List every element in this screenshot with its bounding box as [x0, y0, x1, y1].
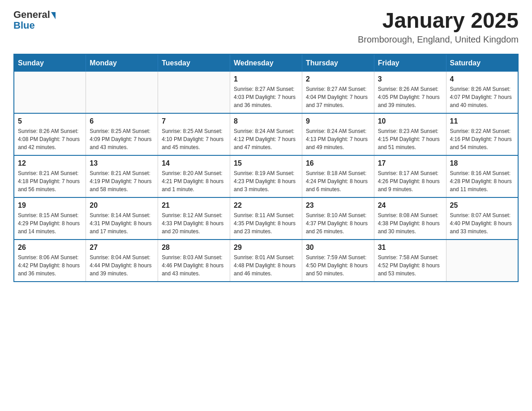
day-info: Sunrise: 7:58 AM Sunset: 4:52 PM Dayligh…	[378, 253, 442, 278]
day-info: Sunrise: 8:26 AM Sunset: 4:05 PM Dayligh…	[378, 85, 442, 109]
calendar-cell: 7Sunrise: 8:25 AM Sunset: 4:10 PM Daylig…	[158, 113, 230, 155]
calendar-cell: 11Sunrise: 8:22 AM Sunset: 4:16 PM Dayli…	[446, 113, 518, 155]
calendar-header-saturday: Saturday	[446, 54, 518, 72]
title-area: January 2025 Bromborough, England, Unite…	[358, 9, 519, 45]
day-info: Sunrise: 8:15 AM Sunset: 4:29 PM Dayligh…	[18, 211, 82, 235]
calendar-cell: 14Sunrise: 8:20 AM Sunset: 4:21 PM Dayli…	[158, 155, 230, 197]
calendar-header-monday: Monday	[86, 54, 158, 72]
calendar-week-row: 5Sunrise: 8:26 AM Sunset: 4:08 PM Daylig…	[14, 113, 518, 155]
calendar-cell: 5Sunrise: 8:26 AM Sunset: 4:08 PM Daylig…	[14, 113, 86, 155]
day-info: Sunrise: 8:18 AM Sunset: 4:24 PM Dayligh…	[306, 169, 370, 193]
day-info: Sunrise: 8:26 AM Sunset: 4:08 PM Dayligh…	[18, 127, 82, 151]
day-number: 29	[234, 244, 298, 252]
day-info: Sunrise: 8:21 AM Sunset: 4:19 PM Dayligh…	[90, 169, 154, 193]
day-number: 11	[450, 117, 514, 125]
calendar-cell	[446, 240, 518, 282]
calendar-cell: 6Sunrise: 8:25 AM Sunset: 4:09 PM Daylig…	[86, 113, 158, 155]
calendar-cell: 26Sunrise: 8:06 AM Sunset: 4:42 PM Dayli…	[14, 240, 86, 282]
calendar-cell	[86, 72, 158, 113]
day-info: Sunrise: 8:07 AM Sunset: 4:40 PM Dayligh…	[450, 211, 514, 235]
calendar-cell: 18Sunrise: 8:16 AM Sunset: 4:28 PM Dayli…	[446, 155, 518, 197]
day-number: 30	[306, 244, 370, 252]
calendar-week-row: 1Sunrise: 8:27 AM Sunset: 4:03 PM Daylig…	[14, 72, 518, 113]
page-header: General Blue January 2025 Bromborough, E…	[13, 9, 519, 45]
day-info: Sunrise: 8:01 AM Sunset: 4:48 PM Dayligh…	[234, 253, 298, 278]
day-number: 12	[18, 159, 82, 167]
day-number: 23	[306, 201, 370, 210]
logo-blue-text: Blue	[13, 20, 35, 31]
day-info: Sunrise: 8:25 AM Sunset: 4:10 PM Dayligh…	[162, 127, 226, 151]
day-number: 27	[90, 244, 154, 252]
day-number: 2	[306, 75, 370, 83]
day-info: Sunrise: 8:08 AM Sunset: 4:38 PM Dayligh…	[378, 211, 442, 235]
calendar-header-row: SundayMondayTuesdayWednesdayThursdayFrid…	[14, 54, 518, 72]
day-info: Sunrise: 8:26 AM Sunset: 4:07 PM Dayligh…	[450, 85, 514, 109]
day-number: 8	[234, 117, 298, 125]
day-info: Sunrise: 8:17 AM Sunset: 4:26 PM Dayligh…	[378, 169, 442, 193]
day-number: 20	[90, 201, 154, 210]
calendar-cell: 27Sunrise: 8:04 AM Sunset: 4:44 PM Dayli…	[86, 240, 158, 282]
day-info: Sunrise: 8:06 AM Sunset: 4:42 PM Dayligh…	[18, 253, 82, 278]
calendar-cell: 22Sunrise: 8:11 AM Sunset: 4:35 PM Dayli…	[230, 197, 302, 240]
calendar-cell: 12Sunrise: 8:21 AM Sunset: 4:18 PM Dayli…	[14, 155, 86, 197]
day-info: Sunrise: 8:21 AM Sunset: 4:18 PM Dayligh…	[18, 169, 82, 193]
day-number: 15	[234, 159, 298, 167]
day-number: 26	[18, 244, 82, 252]
day-number: 16	[306, 159, 370, 167]
calendar-cell: 25Sunrise: 8:07 AM Sunset: 4:40 PM Dayli…	[446, 197, 518, 240]
calendar-cell: 28Sunrise: 8:03 AM Sunset: 4:46 PM Dayli…	[158, 240, 230, 282]
calendar-header-friday: Friday	[374, 54, 446, 72]
calendar-table: SundayMondayTuesdayWednesdayThursdayFrid…	[13, 54, 519, 282]
calendar-cell: 31Sunrise: 7:58 AM Sunset: 4:52 PM Dayli…	[374, 240, 446, 282]
day-number: 22	[234, 201, 298, 210]
day-number: 10	[378, 117, 442, 125]
day-number: 18	[450, 159, 514, 167]
day-number: 9	[306, 117, 370, 125]
calendar-cell: 19Sunrise: 8:15 AM Sunset: 4:29 PM Dayli…	[14, 197, 86, 240]
calendar-cell	[14, 72, 86, 113]
day-info: Sunrise: 8:27 AM Sunset: 4:04 PM Dayligh…	[306, 85, 370, 109]
day-info: Sunrise: 8:10 AM Sunset: 4:37 PM Dayligh…	[306, 211, 370, 235]
calendar-header-wednesday: Wednesday	[230, 54, 302, 72]
day-info: Sunrise: 8:20 AM Sunset: 4:21 PM Dayligh…	[162, 169, 226, 193]
day-number: 6	[90, 117, 154, 125]
day-info: Sunrise: 8:19 AM Sunset: 4:23 PM Dayligh…	[234, 169, 298, 193]
calendar-cell: 2Sunrise: 8:27 AM Sunset: 4:04 PM Daylig…	[302, 72, 374, 113]
month-title: January 2025	[358, 9, 519, 33]
calendar-cell: 16Sunrise: 8:18 AM Sunset: 4:24 PM Dayli…	[302, 155, 374, 197]
day-info: Sunrise: 8:24 AM Sunset: 4:13 PM Dayligh…	[306, 127, 370, 151]
calendar-cell: 4Sunrise: 8:26 AM Sunset: 4:07 PM Daylig…	[446, 72, 518, 113]
day-info: Sunrise: 8:04 AM Sunset: 4:44 PM Dayligh…	[90, 253, 154, 278]
calendar-cell: 10Sunrise: 8:23 AM Sunset: 4:15 PM Dayli…	[374, 113, 446, 155]
calendar-cell: 29Sunrise: 8:01 AM Sunset: 4:48 PM Dayli…	[230, 240, 302, 282]
calendar-header-thursday: Thursday	[302, 54, 374, 72]
day-number: 14	[162, 159, 226, 167]
day-info: Sunrise: 8:27 AM Sunset: 4:03 PM Dayligh…	[234, 85, 298, 109]
day-number: 7	[162, 117, 226, 125]
location-subtitle: Bromborough, England, United Kingdom	[358, 34, 519, 45]
day-number: 21	[162, 201, 226, 210]
calendar-week-row: 19Sunrise: 8:15 AM Sunset: 4:29 PM Dayli…	[14, 197, 518, 240]
day-number: 13	[90, 159, 154, 167]
calendar-cell: 30Sunrise: 7:59 AM Sunset: 4:50 PM Dayli…	[302, 240, 374, 282]
day-number: 1	[234, 75, 298, 83]
calendar-week-row: 12Sunrise: 8:21 AM Sunset: 4:18 PM Dayli…	[14, 155, 518, 197]
calendar-cell: 24Sunrise: 8:08 AM Sunset: 4:38 PM Dayli…	[374, 197, 446, 240]
day-number: 5	[18, 117, 82, 125]
day-number: 28	[162, 244, 226, 252]
day-number: 19	[18, 201, 82, 210]
calendar-cell: 15Sunrise: 8:19 AM Sunset: 4:23 PM Dayli…	[230, 155, 302, 197]
day-info: Sunrise: 8:11 AM Sunset: 4:35 PM Dayligh…	[234, 211, 298, 235]
logo-triangle-icon	[51, 12, 56, 19]
day-info: Sunrise: 8:23 AM Sunset: 4:15 PM Dayligh…	[378, 127, 442, 151]
calendar-cell	[158, 72, 230, 113]
calendar-cell: 20Sunrise: 8:14 AM Sunset: 4:31 PM Dayli…	[86, 197, 158, 240]
day-info: Sunrise: 8:25 AM Sunset: 4:09 PM Dayligh…	[90, 127, 154, 151]
day-number: 17	[378, 159, 442, 167]
day-number: 4	[450, 75, 514, 83]
calendar-cell: 17Sunrise: 8:17 AM Sunset: 4:26 PM Dayli…	[374, 155, 446, 197]
calendar-week-row: 26Sunrise: 8:06 AM Sunset: 4:42 PM Dayli…	[14, 240, 518, 282]
day-info: Sunrise: 7:59 AM Sunset: 4:50 PM Dayligh…	[306, 253, 370, 278]
day-info: Sunrise: 8:03 AM Sunset: 4:46 PM Dayligh…	[162, 253, 226, 278]
calendar-cell: 1Sunrise: 8:27 AM Sunset: 4:03 PM Daylig…	[230, 72, 302, 113]
